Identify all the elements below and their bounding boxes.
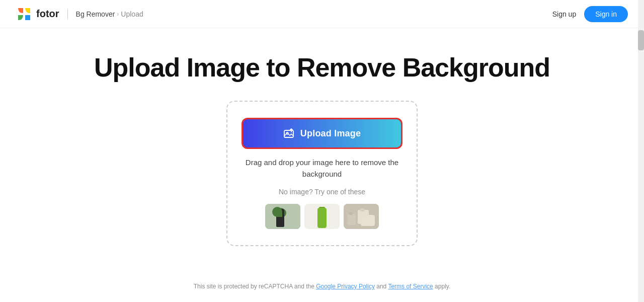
- page-title: Upload Image to Remove Background: [94, 52, 550, 83]
- footer-protection-text: This site is protected by reCAPTCHA and …: [194, 283, 314, 290]
- drag-drop-text: Drag and drop your image here to remove …: [246, 157, 398, 180]
- terms-of-service-link[interactable]: Terms of Service: [388, 283, 433, 290]
- main-content: Upload Image to Remove Background Upload…: [0, 28, 644, 246]
- header: fotor Bg Remover › Upload Sign up Sign i…: [0, 0, 644, 28]
- privacy-policy-link[interactable]: Google Privacy Policy: [316, 283, 375, 290]
- breadcrumb-current: Upload: [121, 10, 143, 18]
- svg-rect-4: [265, 204, 300, 229]
- footer-apply-text: apply.: [435, 283, 450, 290]
- scrollbar[interactable]: [638, 0, 644, 302]
- breadcrumb-bg-remover[interactable]: Bg Remover: [76, 10, 115, 18]
- svg-point-1: [23, 13, 26, 16]
- svg-point-5: [274, 208, 286, 218]
- svg-rect-12: [319, 214, 325, 215]
- svg-rect-16: [348, 214, 356, 225]
- try-sample-label: No image? Try one of these: [279, 188, 365, 196]
- fotor-logo-icon: [16, 6, 32, 22]
- sample-images-row: [265, 204, 379, 229]
- svg-rect-9: [318, 208, 326, 226]
- signup-button[interactable]: Sign up: [552, 10, 576, 18]
- header-divider: [67, 9, 68, 19]
- upload-button-label: Upload Image: [300, 128, 361, 139]
- svg-rect-14: [358, 210, 369, 224]
- upload-image-icon: [283, 127, 295, 139]
- svg-rect-10: [319, 207, 325, 209]
- svg-rect-7: [278, 213, 282, 215]
- svg-rect-8: [304, 204, 340, 229]
- signin-button[interactable]: Sign in: [584, 6, 628, 22]
- header-left: fotor Bg Remover › Upload: [16, 6, 143, 22]
- upload-button[interactable]: Upload Image: [242, 118, 403, 149]
- sample-image-3[interactable]: [344, 204, 379, 229]
- scrollbar-thumb[interactable]: [638, 30, 644, 50]
- header-right: Sign up Sign in: [552, 6, 628, 22]
- svg-rect-15: [360, 208, 365, 211]
- logo: fotor: [16, 6, 59, 22]
- sample-image-1[interactable]: [265, 204, 300, 229]
- logo-text: fotor: [36, 8, 59, 20]
- footer: This site is protected by reCAPTCHA and …: [0, 283, 644, 290]
- upload-dropzone[interactable]: Upload Image Drag and drop your image he…: [226, 101, 418, 246]
- footer-and-text: and: [376, 283, 386, 290]
- breadcrumb: Bg Remover › Upload: [76, 10, 143, 18]
- breadcrumb-separator: ›: [117, 11, 119, 18]
- svg-rect-11: [319, 212, 325, 213]
- svg-rect-17: [349, 212, 353, 215]
- svg-rect-6: [277, 214, 283, 227]
- sample-image-2[interactable]: [304, 204, 340, 229]
